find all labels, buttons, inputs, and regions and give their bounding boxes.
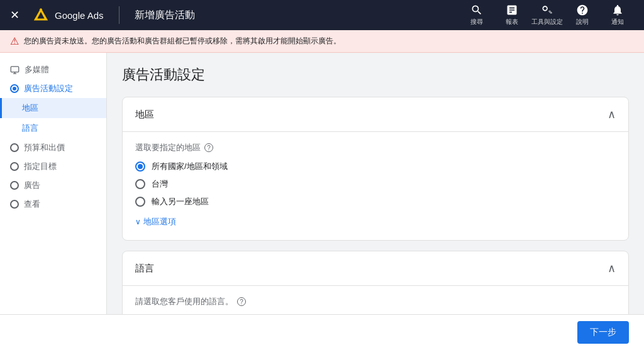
reports-nav-label: 報表 bbox=[506, 18, 518, 26]
search-nav-button[interactable]: 搜尋 bbox=[460, 0, 493, 30]
ads-indicator bbox=[10, 181, 19, 190]
tools-icon bbox=[541, 4, 553, 16]
tools-nav-button[interactable]: 工具與設定 bbox=[531, 0, 564, 30]
radio-other-outer bbox=[135, 197, 145, 207]
sidebar-label-language: 語言 bbox=[22, 123, 38, 133]
location-card-divider bbox=[123, 131, 628, 132]
svg-rect-3 bbox=[11, 66, 19, 72]
sidebar-label-budget: 預算和出價 bbox=[24, 142, 65, 153]
language-select-label: 請選取您客戶使用的語言。 ? bbox=[135, 296, 616, 307]
location-link-text: 地區選項 bbox=[143, 216, 176, 227]
viewer-indicator bbox=[10, 200, 19, 209]
main-content: 廣告活動設定 地區 ∧ 選取要指定的地區 ? 所有國家/地區和領域 bbox=[107, 53, 644, 314]
google-ads-logo: Google Ads bbox=[32, 6, 104, 24]
topnav-right: 搜尋 報表 工具與設定 說明 通知 bbox=[460, 0, 634, 30]
location-link-chevron-icon: ∨ bbox=[135, 217, 141, 226]
reports-nav-button[interactable]: 報表 bbox=[496, 0, 528, 30]
tools-nav-label: 工具與設定 bbox=[531, 18, 563, 26]
radio-all-outer bbox=[135, 161, 145, 172]
reports-icon bbox=[506, 4, 518, 16]
svg-point-2 bbox=[40, 9, 42, 11]
radio-all-label: 所有國家/地區和領域 bbox=[152, 161, 228, 172]
help-icon-language[interactable]: ? bbox=[237, 297, 246, 306]
language-card-header[interactable]: 語言 ∧ bbox=[123, 251, 628, 285]
radio-all-regions[interactable]: 所有國家/地區和領域 bbox=[135, 161, 616, 172]
top-navigation: ✕ Google Ads 新增廣告活動 搜尋 報表 工具與設定 說明 bbox=[0, 0, 644, 30]
sidebar-item-language[interactable]: 語言 bbox=[0, 118, 106, 138]
topnav-left: ✕ Google Ads 新增廣告活動 bbox=[10, 6, 460, 24]
location-card: 地區 ∧ 選取要指定的地區 ? 所有國家/地區和領域 台灣 bbox=[122, 97, 629, 241]
logo-icon bbox=[32, 6, 50, 24]
language-card-body: 請選取您客戶使用的語言。 ? 🔍 英文 ✕ bbox=[123, 296, 628, 314]
sidebar-item-campaign-settings[interactable]: 廣告活動設定 bbox=[0, 79, 106, 98]
brand-name: Google Ads bbox=[55, 10, 104, 21]
sidebar-label-multimedia: 多媒體 bbox=[25, 64, 49, 75]
radio-other-region[interactable]: 輸入另一座地區 bbox=[135, 196, 616, 207]
nav-divider bbox=[119, 6, 119, 24]
sidebar-label-target: 指定目標 bbox=[24, 161, 57, 172]
page-title-nav: 新增廣告活動 bbox=[135, 9, 195, 22]
budget-indicator bbox=[10, 143, 19, 152]
sidebar-label-location: 地區 bbox=[22, 103, 38, 112]
language-chevron-icon: ∧ bbox=[608, 261, 616, 275]
search-icon bbox=[470, 4, 483, 16]
sidebar-item-multimedia[interactable]: 多媒體 bbox=[0, 60, 106, 79]
multimedia-icon bbox=[10, 65, 19, 75]
location-card-title: 地區 bbox=[135, 109, 154, 121]
location-card-header[interactable]: 地區 ∧ bbox=[123, 97, 628, 131]
sidebar-item-budget[interactable]: 預算和出價 bbox=[0, 138, 106, 157]
language-card-title: 語言 bbox=[135, 263, 154, 275]
bottom-bar: 下一步 bbox=[0, 314, 644, 350]
location-chevron-icon: ∧ bbox=[608, 107, 616, 121]
sidebar-label-viewer: 查看 bbox=[24, 199, 40, 210]
sidebar-item-location[interactable]: 地區 bbox=[0, 98, 106, 118]
radio-all-inner bbox=[138, 164, 143, 169]
radio-other-label: 輸入另一座地區 bbox=[152, 196, 209, 207]
help-nav-button[interactable]: 說明 bbox=[566, 0, 599, 30]
notifications-icon bbox=[611, 4, 624, 16]
search-nav-label: 搜尋 bbox=[470, 18, 483, 26]
notifications-nav-label: 通知 bbox=[611, 18, 624, 26]
sidebar-item-ads[interactable]: 廣告 bbox=[0, 176, 106, 195]
sidebar-label-campaign-settings: 廣告活動設定 bbox=[24, 83, 73, 94]
close-button[interactable]: ✕ bbox=[10, 9, 19, 21]
location-card-body: 選取要指定的地區 ? 所有國家/地區和領域 台灣 輸入另一座地區 bbox=[123, 142, 628, 240]
location-select-label: 選取要指定的地區 ? bbox=[135, 142, 616, 153]
notifications-nav-button[interactable]: 通知 bbox=[601, 0, 634, 30]
radio-taiwan-label: 台灣 bbox=[152, 178, 168, 190]
help-icon bbox=[576, 4, 589, 16]
language-card-divider bbox=[123, 285, 628, 286]
alert-banner: ⚠ 您的廣告資未放送。您的廣告活動和廣告群組都已暫停或移除，需將其啟用才能開始顯… bbox=[0, 30, 644, 53]
radio-taiwan-outer bbox=[135, 179, 145, 189]
target-indicator bbox=[10, 162, 19, 171]
sidebar-item-viewer[interactable]: 查看 bbox=[0, 195, 106, 214]
alert-icon: ⚠ bbox=[10, 35, 19, 47]
sidebar-item-target[interactable]: 指定目標 bbox=[0, 157, 106, 176]
sidebar-label-ads: 廣告 bbox=[24, 180, 40, 191]
language-card: 語言 ∧ 請選取您客戶使用的語言。 ? 🔍 英文 ✕ bbox=[122, 251, 629, 314]
active-indicator bbox=[10, 84, 19, 93]
next-button[interactable]: 下一步 bbox=[577, 321, 629, 344]
location-radio-group: 所有國家/地區和領域 台灣 輸入另一座地區 bbox=[135, 161, 616, 207]
alert-text: 您的廣告資未放送。您的廣告活動和廣告群組都已暫停或移除，需將其啟用才能開始顯示廣… bbox=[24, 36, 341, 46]
radio-taiwan[interactable]: 台灣 bbox=[135, 178, 616, 190]
help-nav-label: 說明 bbox=[576, 18, 589, 26]
location-options-link[interactable]: ∨ 地區選項 bbox=[135, 216, 616, 227]
sidebar: 多媒體 廣告活動設定 地區 語言 預算和出價 指定目標 廣告 查看 bbox=[0, 53, 107, 314]
help-icon-location[interactable]: ? bbox=[204, 143, 213, 152]
page-main-title: 廣告活動設定 bbox=[122, 65, 629, 84]
main-layout: 多媒體 廣告活動設定 地區 語言 預算和出價 指定目標 廣告 查看 bbox=[0, 53, 644, 314]
